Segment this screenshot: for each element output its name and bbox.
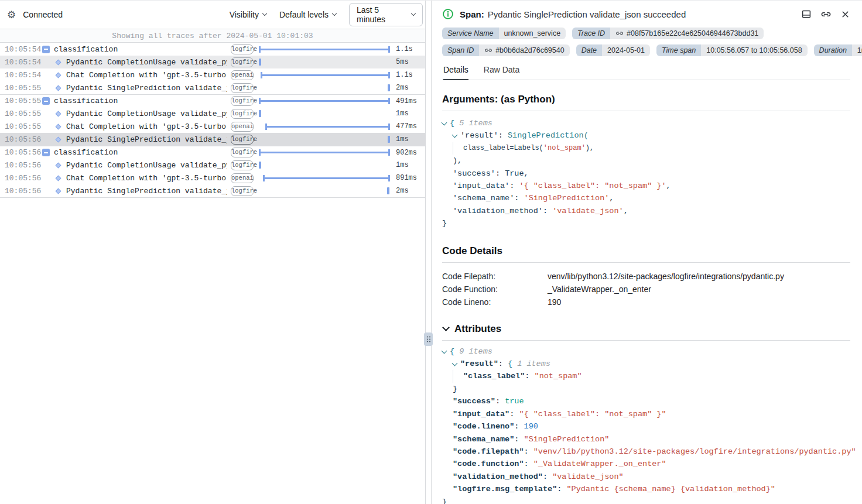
trace-row[interactable]: 10:05:55classificationlogfire491ms [0, 94, 425, 107]
code-line: } [442, 496, 850, 504]
traces-notice: Showing all traces after 2024-05-01 10:0… [0, 29, 425, 43]
code-token: "validation_method" [453, 471, 543, 483]
collapse-toggle-icon[interactable] [42, 149, 50, 156]
meta-badge-value: 2024-05-01 [602, 44, 650, 56]
duration-label: 2ms [392, 84, 425, 92]
code-token: "logfire.msg_template" [453, 483, 557, 495]
span-name: Pydantic CompletionUsage validate_python [66, 109, 227, 118]
duration-label: 891ms [392, 174, 425, 182]
permalink-icon[interactable] [820, 9, 832, 20]
code-token: "result" [460, 358, 498, 370]
span-start-time: 10:05:56 [5, 187, 41, 196]
span-name: Pydantic CompletionUsage validate_python [66, 161, 227, 170]
code-line: "result": { 1 items [442, 358, 850, 370]
duration-label: 477ms [392, 122, 425, 131]
meta-badge: Date2024-05-01 [576, 44, 650, 56]
scope-badge: openai [231, 70, 254, 80]
meta-badge-value[interactable]: #b0b6da2d76c69540 [479, 44, 569, 56]
scope-badge: logfire [231, 96, 254, 106]
tab-details[interactable]: Details [443, 65, 468, 80]
code-token: "_ValidateWrapper._on_enter" [533, 458, 666, 470]
time-range-dropdown[interactable]: Last 5 minutes [349, 3, 423, 26]
close-icon[interactable] [840, 9, 850, 19]
span-name: Chat Completion with 'gpt-3.5-turbo-0613… [66, 71, 227, 80]
duration-bar [387, 187, 389, 194]
duration-bar-track [259, 172, 392, 184]
duration-bar-track [259, 81, 392, 94]
code-token: 190 [524, 420, 538, 433]
collapse-chevron-icon[interactable] [442, 120, 447, 126]
duration-label: 902ms [392, 149, 425, 157]
split-panel-icon[interactable] [801, 9, 812, 19]
code-token: 1 items [517, 358, 550, 370]
code-token: ), [586, 142, 594, 155]
collapse-chevron-icon[interactable] [442, 348, 447, 354]
code-token: SinglePrediction( [508, 129, 589, 142]
duration-bar [259, 110, 261, 117]
trace-row[interactable]: 10:05:54classificationlogfire1.1s [0, 43, 425, 56]
trace-row[interactable]: 10:05:56Pydantic SinglePrediction valida… [0, 184, 425, 197]
code-token: 'result': [460, 129, 508, 142]
trace-row[interactable]: 10:05:56Pydantic CompletionUsage validat… [0, 159, 425, 172]
badge-row-1: Service Nameunknown_serviceTrace ID#08f5… [442, 28, 850, 39]
trace-row[interactable]: 10:05:55Chat Completion with 'gpt-3.5-tu… [0, 120, 425, 133]
resize-grip-icon[interactable] [424, 332, 433, 346]
code-line: "success": true [442, 395, 850, 407]
code-line: "code.filepath": "venv/lib/python3.12/si… [442, 445, 850, 458]
span-detail-panel: Span:Pydantic SinglePrediction validate_… [431, 1, 862, 504]
code-token: "input_data" [453, 408, 509, 420]
chevron-down-icon[interactable] [442, 324, 450, 331]
meta-badge: Service Nameunknown_service [442, 28, 566, 39]
span-start-time: 10:05:54 [5, 71, 41, 80]
attributes-section-title[interactable]: Attributes [442, 323, 850, 335]
app-window: ⚙ Connected Visibility Default levels La… [0, 0, 862, 504]
visibility-dropdown[interactable]: Visibility [230, 10, 266, 19]
code-token: "Pydantic {schema_name} {validation_meth… [566, 483, 775, 495]
code-line: "code.function": "_ValidateWrapper._on_e… [442, 458, 850, 470]
duration-bar-track [259, 68, 392, 81]
span-start-time: 10:05:54 [5, 58, 41, 67]
trace-row[interactable]: 10:05:56Pydantic SinglePrediction valida… [0, 133, 425, 146]
duration-bar [259, 152, 390, 153]
code-token: : [498, 358, 508, 370]
duration-label: 1ms [392, 109, 425, 118]
code-token: ), [453, 155, 462, 167]
collapse-toggle-icon[interactable] [42, 97, 50, 105]
code-token: : [557, 483, 566, 495]
scope-badge: logfire [231, 160, 254, 170]
trace-row[interactable]: 10:05:56Chat Completion with 'gpt-3.5-tu… [0, 172, 425, 184]
meta-badge-value[interactable]: #08f57b165e22c4e625046944673bdd31 [610, 28, 764, 39]
code-token: "success" [453, 395, 495, 407]
chevron-down-icon [262, 11, 267, 16]
code-line: { 5 items [442, 117, 850, 129]
collapse-chevron-icon[interactable] [452, 361, 458, 366]
meta-badge-value: unknown_service [499, 28, 566, 39]
panel-resizer[interactable] [426, 1, 431, 504]
trace-row[interactable]: 10:05:54Pydantic CompletionUsage validat… [0, 56, 425, 68]
settings-gear-icon[interactable]: ⚙ [7, 10, 16, 20]
span-name: classification [54, 97, 227, 105]
duration-bar [259, 162, 261, 169]
code-token: "{ "class_label": "not_spam" }" [519, 408, 666, 420]
span-diamond-icon [56, 136, 61, 142]
code-token: : [525, 370, 534, 382]
trace-row[interactable]: 10:05:55Pydantic SinglePrediction valida… [0, 81, 425, 94]
default-levels-dropdown[interactable]: Default levels [279, 10, 336, 19]
trace-row[interactable]: 10:05:55Pydantic CompletionUsage validat… [0, 107, 425, 120]
trace-row[interactable]: 10:05:56classificationlogfire902ms [0, 146, 425, 159]
attributes-json-view: { 9 items"result": { 1 items"class_label… [442, 345, 850, 504]
span-start-time: 10:05:56 [5, 161, 41, 170]
code-token: "schema_name" [453, 433, 514, 445]
span-start-time: 10:05:55 [5, 109, 41, 118]
code-line: 'schema_name': 'SinglePrediction', [442, 192, 850, 204]
trace-row[interactable]: 10:05:54Chat Completion with 'gpt-3.5-tu… [0, 68, 425, 81]
collapse-chevron-icon[interactable] [452, 132, 458, 138]
collapse-toggle-icon[interactable] [42, 46, 50, 53]
tab-raw-data[interactable]: Raw Data [484, 65, 519, 80]
link-icon [615, 29, 624, 37]
code-detail-value: 190 [548, 296, 561, 308]
link-icon [484, 46, 492, 54]
code-line: ), [442, 155, 850, 167]
code-token: "code.function" [453, 458, 524, 470]
span-diamond-icon [56, 188, 61, 194]
